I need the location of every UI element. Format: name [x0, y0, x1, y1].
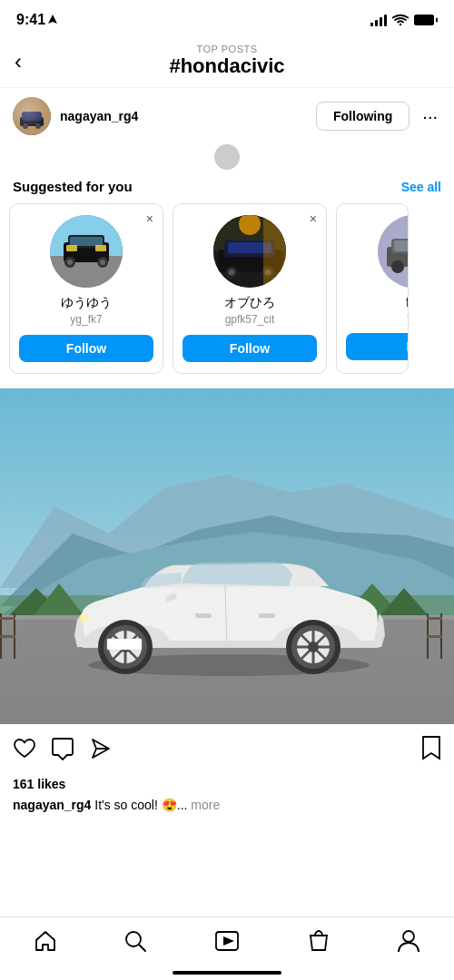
- post-actions: [0, 724, 454, 777]
- caption-more[interactable]: more: [191, 798, 220, 812]
- svg-point-17: [100, 260, 105, 265]
- card-close-2[interactable]: ×: [310, 211, 317, 226]
- user-row: nagayan_rg4 Following ···: [0, 88, 454, 144]
- following-button[interactable]: Following: [316, 102, 410, 131]
- svg-rect-52: [0, 635, 15, 638]
- svg-rect-77: [195, 613, 212, 618]
- svg-marker-0: [48, 15, 57, 24]
- card-3-username: fuji: [407, 311, 409, 324]
- card-2-display-name: オブひろ: [224, 295, 275, 311]
- suggested-card-2: × オブひろ gpfk57_cit Follow: [173, 203, 327, 374]
- svg-rect-76: [107, 639, 142, 650]
- caption-username: nagayan_rg4: [13, 798, 91, 812]
- svg-line-81: [139, 945, 145, 951]
- like-button[interactable]: [13, 738, 36, 763]
- bookmark-button[interactable]: [421, 735, 441, 766]
- caption-text: It's so cool! 😍...: [94, 798, 187, 812]
- card-3-follow-button[interactable]: Fo: [346, 333, 409, 360]
- nav-profile-button[interactable]: [397, 928, 420, 960]
- back-button[interactable]: ‹: [15, 49, 22, 74]
- card-2-follow-button[interactable]: Follow: [183, 335, 317, 362]
- loading-indicator: [214, 144, 240, 170]
- svg-point-8: [35, 123, 41, 129]
- header: ‹ TOP POSTS #hondacivic: [0, 36, 454, 88]
- svg-marker-83: [223, 936, 234, 946]
- nav-reels-button[interactable]: [214, 928, 240, 960]
- status-icons: [370, 14, 438, 26]
- svg-rect-56: [427, 635, 442, 638]
- nav-shop-button[interactable]: [307, 928, 331, 960]
- status-bar: 9:41: [0, 0, 454, 36]
- card-1-display-name: ゆうゆう: [61, 295, 112, 311]
- user-avatar[interactable]: [13, 97, 51, 135]
- nav-search-button[interactable]: [123, 929, 147, 959]
- location-icon: [48, 15, 57, 25]
- header-top-text: TOP POSTS: [15, 44, 439, 54]
- see-all-button[interactable]: See all: [401, 180, 441, 194]
- post-image: [0, 388, 454, 724]
- likes-count: 161 likes: [0, 777, 454, 797]
- svg-rect-51: [0, 617, 15, 620]
- card-1-follow-button[interactable]: Follow: [19, 335, 153, 362]
- svg-point-7: [23, 123, 28, 129]
- svg-rect-18: [66, 245, 77, 251]
- status-time: 9:41: [16, 12, 57, 28]
- svg-rect-19: [95, 245, 106, 251]
- card-avatar-3: [378, 215, 409, 288]
- svg-point-15: [67, 260, 73, 265]
- svg-rect-34: [394, 240, 409, 251]
- suggested-card-1: × ゆうゆう yg_fk7 Follow: [9, 203, 163, 374]
- svg-rect-5: [20, 117, 44, 126]
- battery-icon: [414, 14, 438, 26]
- svg-point-4: [13, 97, 51, 135]
- card-avatar-2: [213, 215, 286, 288]
- comment-button[interactable]: [51, 737, 74, 764]
- card-close-1[interactable]: ×: [146, 211, 153, 226]
- svg-point-84: [403, 931, 414, 942]
- svg-rect-13: [70, 237, 103, 246]
- card-1-username: yg_fk7: [70, 313, 102, 326]
- share-button[interactable]: [89, 737, 113, 764]
- suggested-card-3-partial: fuji fuji Fo: [336, 203, 409, 374]
- username-label: nagayan_rg4: [60, 109, 307, 123]
- caption-row: nagayan_rg4 It's so cool! 😍... more: [0, 797, 454, 829]
- suggested-cards-container: × ゆうゆう yg_fk7 Follow ×: [0, 203, 454, 388]
- post-image-svg: [0, 388, 454, 724]
- card-avatar-1: [50, 215, 123, 288]
- wifi-icon: [392, 14, 409, 26]
- suggested-title: Suggested for you: [13, 179, 133, 194]
- more-button[interactable]: ···: [419, 106, 441, 127]
- svg-rect-30: [263, 215, 286, 288]
- suggested-header: Suggested for you See all: [0, 175, 454, 203]
- home-indicator: [173, 971, 281, 975]
- svg-rect-3: [436, 18, 438, 23]
- card-3-display-name: fuji: [406, 295, 409, 309]
- signal-icon: [370, 14, 387, 26]
- svg-point-75: [308, 642, 319, 652]
- card-2-username: gpfk57_cit: [225, 313, 275, 326]
- nav-home-button[interactable]: [34, 929, 57, 959]
- svg-rect-78: [259, 613, 275, 618]
- svg-point-27: [229, 270, 235, 276]
- svg-rect-2: [415, 15, 433, 24]
- svg-point-35: [391, 260, 404, 273]
- header-title: #hondacivic: [15, 54, 439, 78]
- svg-rect-6: [22, 112, 42, 121]
- svg-rect-55: [427, 617, 442, 620]
